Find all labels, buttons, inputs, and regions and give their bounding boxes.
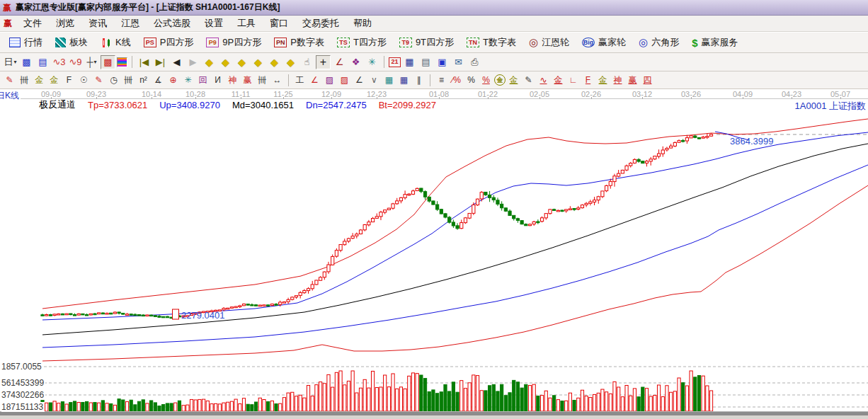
kline-chart-canvas[interactable] xyxy=(0,109,868,419)
shift-left-icon[interactable]: ◆ xyxy=(202,55,217,69)
angle-lines-icon[interactable]: ∠ xyxy=(353,74,366,87)
pattern-red-icon[interactable]: ▩ xyxy=(101,55,115,69)
expand-horizontal-icon[interactable]: ◆ xyxy=(234,55,249,69)
tool-9p-square-button[interactable]: P99P四方形 xyxy=(200,36,268,49)
t-square-icon: TS xyxy=(337,38,350,47)
shen-ruler-icon[interactable]: 神 xyxy=(226,74,239,87)
next-bar-icon[interactable]: ▶ xyxy=(185,55,200,69)
angle-ying-icon[interactable]: 赢 xyxy=(626,74,639,87)
bottom-scrollbar[interactable] xyxy=(0,411,868,419)
menu-gann[interactable]: 江恩 xyxy=(114,15,147,32)
period-kline-icon[interactable]: 日▾ xyxy=(3,55,18,69)
tool-winner-service-button[interactable]: $赢家服务 xyxy=(685,36,744,49)
star-web-icon[interactable]: ✳ xyxy=(181,74,195,87)
save-icon[interactable]: ▣ xyxy=(435,55,450,69)
crosshair-icon[interactable]: + xyxy=(316,55,331,69)
parallel-lines-icon[interactable]: ∥ xyxy=(412,74,426,87)
menu-trade-order[interactable]: 交易委托 xyxy=(295,15,346,32)
gann-pen-icon[interactable]: ✎ xyxy=(3,74,16,87)
angle-shen-icon[interactable]: 神 xyxy=(611,74,624,87)
tool-kline-button[interactable]: K线 xyxy=(94,36,137,49)
angle-j-icon[interactable]: ∟ xyxy=(566,74,580,87)
spiral-tool-icon[interactable]: ☉ xyxy=(77,74,91,87)
menu-help[interactable]: 帮助 xyxy=(346,15,379,32)
prev-bar-icon[interactable]: ◀ xyxy=(169,55,184,69)
fan-box-purple-icon[interactable]: ▨ xyxy=(323,74,336,87)
pen-2-icon[interactable]: ✎ xyxy=(92,74,105,87)
angle-f-icon[interactable]: F xyxy=(581,74,595,87)
v-wave-icon[interactable]: ∨ xyxy=(367,74,381,87)
cycle-circle-icon[interactable]: ◷ xyxy=(107,74,120,87)
mirror-angle-icon[interactable]: ∡ xyxy=(152,74,165,87)
frame-tool-icon[interactable]: 工 xyxy=(293,74,307,87)
tool-p-table-button[interactable]: PNP数字表 xyxy=(268,36,331,49)
menu-tools[interactable]: 工具 xyxy=(230,15,263,32)
grid-tool-icon[interactable]: ▦ xyxy=(382,74,396,87)
mail-globe-icon[interactable]: ✉ xyxy=(451,55,466,69)
menu-file[interactable]: 文件 xyxy=(16,15,49,32)
calendar-icon[interactable]: 21 xyxy=(389,57,401,67)
fan-red-icon[interactable]: ∠ xyxy=(308,74,321,87)
ying-ruler-icon[interactable]: 赢 xyxy=(241,74,254,87)
quote-tool-icon[interactable]: И xyxy=(211,74,224,87)
f10-report-icon[interactable]: ▤ xyxy=(35,55,50,69)
menu-browse[interactable]: 浏览 xyxy=(49,15,81,32)
tool-winner-wheel-button[interactable]: Big赢家轮 xyxy=(576,36,632,49)
tool-t-square-button[interactable]: TST四方形 xyxy=(331,36,393,49)
circle-target-icon[interactable]: ⊕ xyxy=(166,74,180,87)
tool-hexagon-button[interactable]: ◎六角形 xyxy=(632,36,685,49)
span-arrows-icon[interactable]: ↔ xyxy=(270,74,284,87)
ohlc-bar-icon[interactable]: ┼▾ xyxy=(84,55,99,69)
fib-time-ruler-icon[interactable]: F xyxy=(62,74,76,87)
expand-vertical-icon[interactable]: ◆ xyxy=(267,55,282,69)
percent-fx-icon[interactable]: ∕% xyxy=(450,74,463,87)
square-spiral-icon[interactable]: 回 xyxy=(196,74,210,87)
shrink-vertical-icon[interactable]: ◆ xyxy=(283,55,298,69)
menu-news[interactable]: 资讯 xyxy=(81,15,114,32)
wave-9-icon[interactable]: ∿9 xyxy=(68,55,83,69)
wave-3-icon[interactable]: ∿3 xyxy=(52,55,67,69)
tool-9t-square-button[interactable]: T99T四方形 xyxy=(393,36,460,49)
tool-p-square-button[interactable]: PSP四方形 xyxy=(137,36,200,49)
angle-gold-icon[interactable]: 金 xyxy=(596,74,610,87)
gold-time-ruler-icon[interactable]: 金 xyxy=(33,74,46,87)
angle-measure-icon[interactable]: ∠ xyxy=(332,55,347,69)
tool-sectors-button[interactable]: 板块 xyxy=(49,36,94,49)
fan-box-red-icon[interactable]: ▨ xyxy=(338,74,351,87)
calculator-icon[interactable]: ▦ xyxy=(402,55,417,69)
shift-right-icon[interactable]: ◆ xyxy=(218,55,233,69)
scale-list-icon[interactable]: ≡ xyxy=(435,74,448,87)
menu-formula-stock-pick[interactable]: 公式选股 xyxy=(147,15,198,32)
percent-line-icon[interactable]: % xyxy=(479,74,493,87)
angle-si-icon[interactable]: 四 xyxy=(641,74,654,87)
pen-ruler-icon[interactable]: ✎ xyxy=(522,74,535,87)
memo-icon[interactable]: ▤ xyxy=(418,55,433,69)
9t-square-icon: T9 xyxy=(399,38,412,47)
first-page-icon[interactable]: |◀ xyxy=(137,55,152,69)
ruler-123-icon[interactable]: 卌 xyxy=(256,74,269,87)
gann-tool-purple-icon[interactable]: ❖ xyxy=(348,55,363,69)
tool-t-table-button[interactable]: TNT数字表 xyxy=(460,36,522,49)
time-ruler-2-icon[interactable]: 卌 xyxy=(122,74,135,87)
gold-line-icon[interactable]: 金 xyxy=(507,74,520,87)
tool-gann-wheel-button[interactable]: ◎江恩轮 xyxy=(522,36,576,49)
time-ruler-icon[interactable]: 卌 xyxy=(18,74,31,87)
shrink-horizontal-icon[interactable]: ◆ xyxy=(251,55,265,69)
percent-icon[interactable]: % xyxy=(464,74,478,87)
tool-quotes-button[interactable]: 行情 xyxy=(3,36,49,49)
menu-window[interactable]: 窗口 xyxy=(263,15,295,32)
gold-circle-icon[interactable]: 金 xyxy=(494,74,506,86)
last-page-icon[interactable]: ▶| xyxy=(153,55,168,69)
wave-tool-icon[interactable]: ∿ xyxy=(537,74,550,87)
pattern-blue-icon[interactable]: ▩ xyxy=(19,55,34,69)
gold-time-ruler-2-icon[interactable]: 金 xyxy=(47,74,61,87)
channel-line-Md xyxy=(42,144,868,335)
gold-tool-2-icon[interactable]: 金 xyxy=(552,74,565,87)
printer-icon[interactable]: ⎙ xyxy=(467,55,482,69)
pan-hand-icon[interactable]: ☝ xyxy=(299,55,314,69)
menu-settings[interactable]: 设置 xyxy=(198,15,230,32)
grid-tool-2-icon[interactable]: ▦ xyxy=(397,74,411,87)
n-square-icon[interactable]: n² xyxy=(137,74,150,87)
color-volume-icon[interactable] xyxy=(117,57,127,67)
gann-sphere-icon[interactable]: ✳ xyxy=(365,55,379,69)
